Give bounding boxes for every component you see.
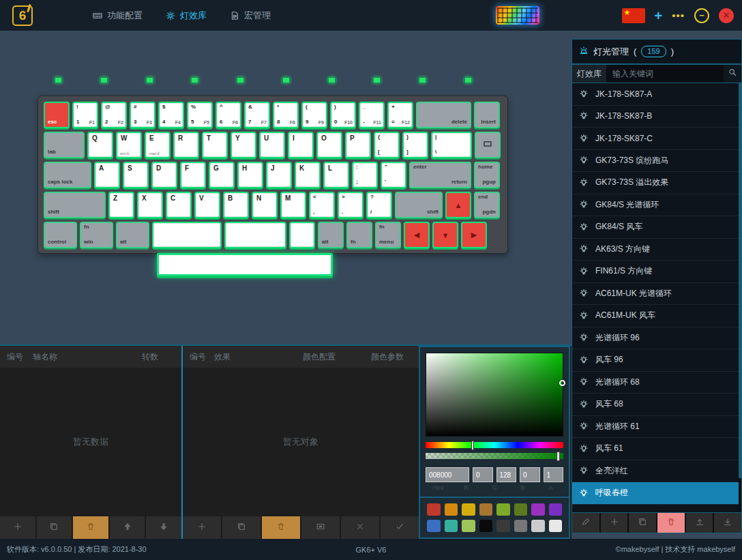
nav-tab-0[interactable]: 功能配置 [93,10,143,22]
hue-slider-handle[interactable] [471,441,474,450]
minimize-button[interactable]: − [694,8,709,23]
key-7[interactable]: &7F7 [244,102,270,128]
key-x[interactable]: X [137,192,163,218]
key-alt[interactable]: alt [318,222,344,248]
up-button[interactable] [110,516,145,539]
search-input[interactable] [607,65,724,83]
key-u[interactable]: U [259,132,285,158]
red-input[interactable]: 0 [473,467,493,482]
key-9[interactable]: (9F9 [301,102,327,128]
key-space[interactable] [224,222,286,248]
copy-button[interactable] [37,516,72,539]
library-tab[interactable]: 灯效库 [572,65,607,83]
effect-item[interactable]: JK-178-SK87-A [572,83,741,106]
language-flag-icon[interactable]: ★ [622,8,645,23]
color-swatch[interactable] [445,520,458,532]
color-swatch[interactable] [531,520,545,532]
keyboard-preview-thumbnail[interactable] [496,6,539,25]
key-i[interactable]: I [288,132,314,158]
down-button[interactable] [146,516,181,539]
upload-button[interactable] [686,513,713,533]
effect-item[interactable]: 风车 96 [572,349,741,372]
color-swatch[interactable] [549,503,563,516]
key-shift[interactable]: shift [395,192,443,218]
key-return[interactable]: enterreturn [409,162,471,188]
key-capslock[interactable]: caps lock [44,162,91,188]
nav-tab-1[interactable]: 灯效库 [166,10,207,22]
key-e[interactable]: Emac② [145,132,170,158]
key-t[interactable]: T [202,132,228,158]
key-sym[interactable]: ◀ [404,222,430,248]
key-c[interactable]: C [166,192,192,218]
key-m[interactable]: M [280,192,306,218]
edit-button[interactable] [572,513,599,533]
key-v[interactable]: V [194,192,220,218]
key-z[interactable]: Z [108,192,134,218]
key-space[interactable] [152,222,222,248]
color-swatch[interactable] [479,503,493,516]
sv-cursor[interactable] [559,380,565,386]
key-sym[interactable]: ?/ [366,192,392,218]
key-h[interactable]: H [237,162,263,188]
color-swatch[interactable] [496,520,510,532]
key-j[interactable]: J [266,162,292,188]
key-y[interactable]: Y [231,132,256,158]
color-swatch[interactable] [496,503,510,516]
blue-input[interactable]: 0 [520,467,540,482]
key-d[interactable]: D [151,162,177,188]
key-2[interactable]: @2F2 [101,102,127,128]
key-fn[interactable]: fn [346,222,372,248]
add-language-button[interactable]: + [655,9,663,23]
add-button[interactable] [601,513,628,533]
delete-button[interactable] [657,513,685,533]
color-swatch[interactable] [531,503,545,516]
nav-tab-2[interactable]: 宏管理 [230,10,271,22]
cancel-button[interactable] [341,516,379,539]
spacebar-preview[interactable] [157,253,333,276]
key-sym[interactable]: |\ [431,132,472,158]
effect-item[interactable]: 光谱循环 68 [572,372,741,394]
effect-item[interactable]: 呼吸春橙 [572,482,741,505]
key-sym[interactable]: "' [381,162,406,188]
key-w[interactable]: Wwin① [116,132,142,158]
key-pgdn[interactable]: endpgdn [474,192,500,218]
effect-item[interactable]: GK84/S 光谱循环 [572,194,741,217]
key-delete[interactable]: delete [416,102,471,128]
effect-item[interactable]: 风车 61 [572,438,741,460]
key-8[interactable]: *8F8 [273,102,299,128]
key-s[interactable]: S [123,162,149,188]
delete-button[interactable] [262,516,300,539]
key-sym[interactable]: <, [309,192,335,218]
effect-item[interactable]: JK-178-SK87-C [572,128,741,150]
key-k[interactable]: K [295,162,321,188]
effect-item[interactable]: AK63/S 方向键 [572,239,741,261]
key-1[interactable]: !1F1 [72,102,98,128]
key-0[interactable]: )0F10 [330,102,356,128]
color-swatch[interactable] [462,503,475,516]
copy-button[interactable] [629,513,656,533]
effect-item[interactable]: AC61M-UK 光谱循环 [572,283,741,306]
key-3[interactable]: #3F3 [130,102,155,128]
add-button[interactable] [183,516,221,539]
saturation-value-field[interactable] [426,353,563,437]
scrollbar[interactable] [739,83,741,512]
close-button[interactable]: ✕ [719,8,734,23]
effect-item[interactable]: 风车 68 [572,394,741,416]
delete-button[interactable] [73,516,108,539]
key-tab[interactable]: tab [44,132,85,158]
key-win[interactable]: fnwin [80,222,113,248]
key-alt[interactable]: alt [116,222,149,248]
effect-item[interactable]: GK73-73S 溢出效果 [572,172,741,194]
effect-item[interactable]: GK84/S 风车 [572,216,741,239]
alpha-slider-handle[interactable] [556,452,560,461]
key-space[interactable] [289,222,315,248]
key-sym[interactable]: >. [338,192,363,218]
color-swatch[interactable] [427,520,441,532]
key-n[interactable]: N [252,192,278,218]
key-l[interactable]: L [323,162,349,188]
key-fn-icon[interactable] [475,132,501,158]
color-swatch[interactable] [514,503,528,516]
key-insert[interactable]: insert [474,102,500,128]
key-a[interactable]: A [94,162,120,188]
effect-item[interactable]: 全亮洋红 [572,460,741,483]
